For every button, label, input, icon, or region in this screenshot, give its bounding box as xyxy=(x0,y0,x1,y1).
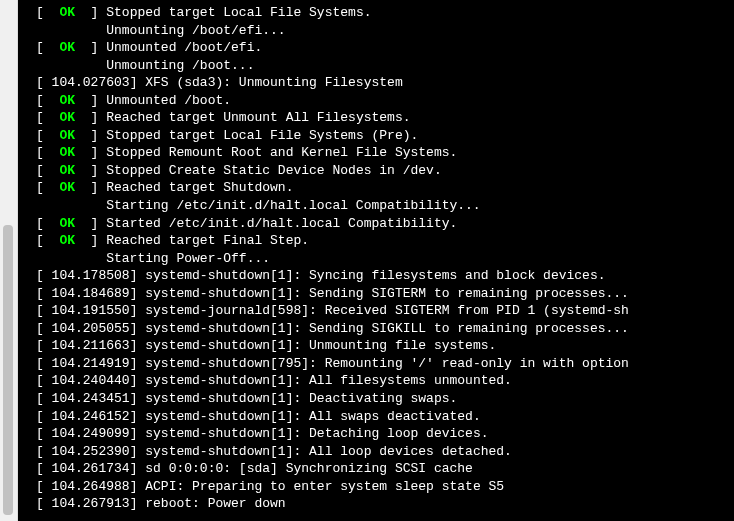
bracket-open: [ xyxy=(36,233,59,248)
bracket-close: ] xyxy=(130,391,146,406)
bracket-close: ] xyxy=(130,479,146,494)
log-timestamp: 104.191550 xyxy=(52,303,130,318)
log-message: systemd-shutdown[1]: Detaching loop devi… xyxy=(145,426,488,441)
log-line: [ OK ] Started /etc/init.d/halt.local Co… xyxy=(18,215,734,233)
bracket-close: ] xyxy=(130,426,146,441)
status-ok: OK xyxy=(59,180,75,195)
log-timestamp: 104.205055 xyxy=(52,321,130,336)
terminal-output: [ OK ] Stopped target Local File Systems… xyxy=(18,0,734,521)
bracket-open: [ xyxy=(36,216,59,231)
scrollbar-thumb[interactable] xyxy=(3,225,13,515)
bracket-open: [ xyxy=(36,93,59,108)
bracket-open: [ xyxy=(36,5,59,20)
log-timestamp: 104.252390 xyxy=(52,444,130,459)
log-message: ACPI: Preparing to enter system sleep st… xyxy=(145,479,504,494)
log-message: systemd-journald[598]: Received SIGTERM … xyxy=(145,303,629,318)
log-message: sd 0:0:0:0: [sda] Synchronizing SCSI cac… xyxy=(145,461,473,476)
scrollbar-track[interactable] xyxy=(0,0,18,521)
log-message: systemd-shutdown[795]: Remounting '/' re… xyxy=(145,356,629,371)
log-message: Reached target Shutdown. xyxy=(106,180,293,195)
bracket-open: [ xyxy=(36,461,52,476)
log-timestamp: 104.261734 xyxy=(52,461,130,476)
log-line: [ 104.252390] systemd-shutdown[1]: All l… xyxy=(18,443,734,461)
bracket-open: [ xyxy=(36,444,52,459)
log-message: systemd-shutdown[1]: Sending SIGTERM to … xyxy=(145,286,629,301)
log-message: systemd-shutdown[1]: All swaps deactivat… xyxy=(145,409,480,424)
log-message: Unmounting /boot... xyxy=(36,58,254,73)
log-timestamp: 104.027603 xyxy=(52,75,130,90)
bracket-open: [ xyxy=(36,128,59,143)
log-line: [ 104.184689] systemd-shutdown[1]: Sendi… xyxy=(18,285,734,303)
log-line: [ OK ] Reached target Shutdown. xyxy=(18,179,734,197)
bracket-open: [ xyxy=(36,373,52,388)
bracket-close: ] xyxy=(130,373,146,388)
bracket-close: ] xyxy=(130,461,146,476)
bracket-close: ] xyxy=(75,128,106,143)
log-line: [ OK ] Reached target Final Step. xyxy=(18,232,734,250)
log-line: Unmounting /boot/efi... xyxy=(18,22,734,40)
log-line: [ 104.243451] systemd-shutdown[1]: Deact… xyxy=(18,390,734,408)
status-ok: OK xyxy=(59,5,75,20)
bracket-open: [ xyxy=(36,40,59,55)
bracket-close: ] xyxy=(130,75,146,90)
log-line: [ 104.246152] systemd-shutdown[1]: All s… xyxy=(18,408,734,426)
bracket-open: [ xyxy=(36,426,52,441)
bracket-open: [ xyxy=(36,321,52,336)
bracket-open: [ xyxy=(36,496,52,511)
log-timestamp: 104.211663 xyxy=(52,338,130,353)
bracket-close: ] xyxy=(75,145,106,160)
log-line: [ 104.191550] systemd-journald[598]: Rec… xyxy=(18,302,734,320)
log-line: [ OK ] Stopped target Local File Systems… xyxy=(18,4,734,22)
status-ok: OK xyxy=(59,40,75,55)
log-message: systemd-shutdown[1]: Syncing filesystems… xyxy=(145,268,605,283)
bracket-close: ] xyxy=(130,303,146,318)
log-line: [ 104.261734] sd 0:0:0:0: [sda] Synchron… xyxy=(18,460,734,478)
log-message: Started /etc/init.d/halt.local Compatibi… xyxy=(106,216,457,231)
log-message: Reached target Unmount All Filesystems. xyxy=(106,110,410,125)
bracket-close: ] xyxy=(75,5,106,20)
log-line: [ OK ] Unmounted /boot. xyxy=(18,92,734,110)
bracket-close: ] xyxy=(75,180,106,195)
log-message: reboot: Power down xyxy=(145,496,285,511)
log-line: [ 104.267913] reboot: Power down xyxy=(18,495,734,513)
log-line: [ 104.205055] systemd-shutdown[1]: Sendi… xyxy=(18,320,734,338)
log-message: Starting /etc/init.d/halt.local Compatib… xyxy=(36,198,481,213)
bracket-close: ] xyxy=(75,40,106,55)
status-ok: OK xyxy=(59,216,75,231)
bracket-open: [ xyxy=(36,409,52,424)
log-message: systemd-shutdown[1]: Deactivating swaps. xyxy=(145,391,457,406)
log-message: systemd-shutdown[1]: Unmounting file sys… xyxy=(145,338,496,353)
log-message: systemd-shutdown[1]: All filesystems unm… xyxy=(145,373,512,388)
bracket-open: [ xyxy=(36,75,52,90)
log-line: [ 104.211663] systemd-shutdown[1]: Unmou… xyxy=(18,337,734,355)
status-ok: OK xyxy=(59,93,75,108)
status-ok: OK xyxy=(59,145,75,160)
log-message: systemd-shutdown[1]: Sending SIGKILL to … xyxy=(145,321,629,336)
log-line: Starting /etc/init.d/halt.local Compatib… xyxy=(18,197,734,215)
log-line: [ OK ] Unmounted /boot/efi. xyxy=(18,39,734,57)
log-line: [ OK ] Stopped target Local File Systems… xyxy=(18,127,734,145)
bracket-close: ] xyxy=(130,496,146,511)
status-ok: OK xyxy=(59,233,75,248)
log-line: [ 104.240440] systemd-shutdown[1]: All f… xyxy=(18,372,734,390)
bracket-open: [ xyxy=(36,391,52,406)
bracket-close: ] xyxy=(75,233,106,248)
log-timestamp: 104.264988 xyxy=(52,479,130,494)
bracket-close: ] xyxy=(130,444,146,459)
log-timestamp: 104.178508 xyxy=(52,268,130,283)
log-timestamp: 104.214919 xyxy=(52,356,130,371)
bracket-open: [ xyxy=(36,479,52,494)
log-timestamp: 104.267913 xyxy=(52,496,130,511)
log-message: Stopped target Local File Systems (Pre). xyxy=(106,128,418,143)
bracket-open: [ xyxy=(36,110,59,125)
status-ok: OK xyxy=(59,163,75,178)
bracket-close: ] xyxy=(130,321,146,336)
bracket-open: [ xyxy=(36,338,52,353)
log-message: Unmounted /boot/efi. xyxy=(106,40,262,55)
log-message: XFS (sda3): Unmounting Filesystem xyxy=(145,75,402,90)
bracket-close: ] xyxy=(130,286,146,301)
log-line: [ 104.264988] ACPI: Preparing to enter s… xyxy=(18,478,734,496)
bracket-close: ] xyxy=(130,338,146,353)
log-timestamp: 104.240440 xyxy=(52,373,130,388)
log-line: [ OK ] Stopped Create Static Device Node… xyxy=(18,162,734,180)
